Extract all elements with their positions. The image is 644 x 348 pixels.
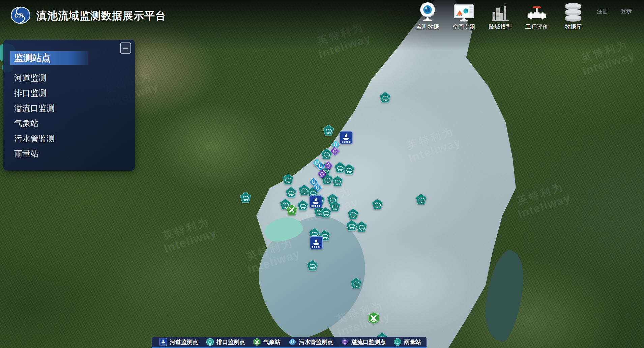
sidebar-item-rain[interactable]: 雨量站 <box>14 146 135 161</box>
rain-gauge-marker[interactable] <box>379 91 391 104</box>
rain-gauge-marker[interactable] <box>347 208 359 221</box>
brand: CTI 滇池流域监测数据展示平台 <box>10 6 166 26</box>
outlet-station-icon <box>206 338 214 346</box>
weather-station-marker[interactable] <box>367 312 380 326</box>
monitor-station-panel: 监测站点 河道监测 排口监测 溢流口监测 气象站 污水管监测 雨量站 <box>3 40 135 171</box>
legend-overflow-station[interactable]: 溢流口监测点 <box>341 338 386 346</box>
rain-gauge-marker[interactable] <box>332 175 343 188</box>
sidebar-item-sewer[interactable]: 污水管监测 <box>14 131 135 146</box>
legend-label: 气象站 <box>263 338 281 346</box>
nav-item-monitor-data[interactable]: 监测数据 <box>413 1 442 31</box>
nav-label: 监测数据 <box>416 23 439 31</box>
collapse-panel-icon[interactable] <box>120 42 131 54</box>
sidebar-item-river[interactable]: 河道监测 <box>14 70 135 85</box>
register-link[interactable]: 注册 <box>597 7 608 15</box>
station-type-list: 河道监测 排口监测 溢流口监测 气象站 污水管监测 雨量站 <box>3 70 135 161</box>
nav-label: 工程评价 <box>525 23 548 31</box>
sidebar-item-outlet[interactable]: 排口监测 <box>14 85 135 100</box>
rain-gauge-marker[interactable] <box>285 186 297 199</box>
legend-weather-station[interactable]: 气象站 <box>253 338 281 346</box>
app-root: 英特利为Inteliway英特利为Inteliway英特利为Inteliway英… <box>0 0 644 348</box>
sidebar-item-overflow[interactable]: 溢流口监测 <box>14 100 135 116</box>
overflow-outlet-marker[interactable] <box>330 146 340 157</box>
overflow-outlet-marker[interactable] <box>317 169 327 180</box>
top-navigation: 监测数据 空间专题 <box>413 1 588 31</box>
river-monitor-marker[interactable] <box>310 236 323 251</box>
database-icon <box>564 1 582 22</box>
rain-gauge-marker[interactable] <box>240 192 251 204</box>
overflow-station-icon <box>341 338 349 346</box>
river-monitor-marker[interactable] <box>339 131 353 146</box>
monitor-chart-icon <box>454 1 474 22</box>
webcam-icon <box>418 1 437 22</box>
panel-header: 监测站点 <box>10 51 88 65</box>
river-station-icon <box>159 338 167 346</box>
rain-gauge-marker[interactable] <box>372 198 383 211</box>
map-legend-bar: 河道监测点 排口监测点 气象站 污水管监测点 <box>152 337 427 348</box>
nav-item-spatial-theme[interactable]: 空间专题 <box>449 1 479 31</box>
legend-sewer-pipe-station[interactable]: 污水管监测点 <box>288 338 333 346</box>
rain-gauge-icon <box>393 338 402 346</box>
pipe-valve-icon <box>527 1 547 22</box>
nav-item-project-eval[interactable]: 工程评价 <box>522 1 552 31</box>
legend-label: 排口监测点 <box>216 338 245 346</box>
rain-gauge-marker[interactable] <box>350 277 362 290</box>
rain-gauge-marker[interactable] <box>415 193 427 206</box>
legend-label: 河道监测点 <box>170 338 198 346</box>
weather-station-marker[interactable] <box>286 204 297 217</box>
rain-gauge-marker[interactable] <box>306 260 318 272</box>
sewer-pipe-marker[interactable] <box>313 183 322 194</box>
rain-gauge-marker[interactable] <box>334 162 346 174</box>
legend-label: 雨量站 <box>404 338 421 346</box>
nav-item-database[interactable]: 数据库 <box>558 1 588 31</box>
rain-gauge-marker[interactable] <box>323 124 334 137</box>
nav-item-land-model[interactable]: 陆域模型 <box>486 1 515 31</box>
river-monitor-marker[interactable] <box>309 195 322 210</box>
legend-label: 污水管监测点 <box>299 338 333 346</box>
legend-river-station[interactable]: 河道监测点 <box>159 338 198 346</box>
auth-links: 注册 登录 <box>597 7 632 15</box>
nav-label: 数据库 <box>565 23 582 31</box>
legend-rain-gauge[interactable]: 雨量站 <box>393 338 421 346</box>
nav-label: 空间专题 <box>452 23 475 31</box>
sidebar-item-weather[interactable]: 气象站 <box>14 116 135 131</box>
legend-label: 溢流口监测点 <box>351 338 386 346</box>
city-buildings-icon <box>492 1 509 22</box>
weather-station-icon <box>253 338 261 346</box>
rain-gauge-marker[interactable] <box>282 173 294 186</box>
rain-gauge-marker[interactable] <box>356 221 367 234</box>
company-logo-icon: CTI <box>10 6 31 26</box>
sewer-pipe-icon <box>288 338 296 346</box>
page-title: 滇池流域监测数据展示平台 <box>36 9 166 23</box>
legend-outlet-station[interactable]: 排口监测点 <box>206 338 245 346</box>
login-link[interactable]: 登录 <box>620 7 632 15</box>
svg-text:CTI: CTI <box>14 12 24 19</box>
rain-gauge-marker[interactable] <box>297 200 309 212</box>
nav-label: 陆域模型 <box>489 23 512 31</box>
rain-gauge-marker[interactable] <box>329 200 341 213</box>
rain-gauge-marker[interactable] <box>298 184 310 197</box>
